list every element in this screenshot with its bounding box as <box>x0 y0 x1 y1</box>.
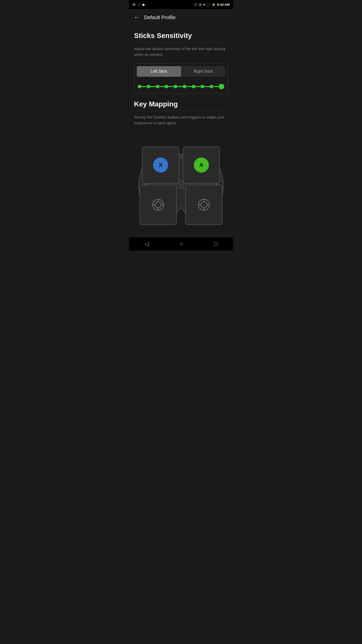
slider-container <box>137 82 225 91</box>
right-stick-icon <box>196 197 211 212</box>
section-divider-1 <box>134 42 228 43</box>
stick-tab-switcher: Left Stick Right Stick <box>137 66 225 77</box>
back-nav-icon[interactable]: ◁ <box>145 241 149 247</box>
top-nav: ← Default Profile <box>129 9 233 26</box>
slider-dot-9 <box>210 85 213 88</box>
status-right-icons: ⬡ ⊖ ▾ ⬚ ⚡ 8:44 AM <box>194 3 230 7</box>
slider-dot-7 <box>192 85 195 88</box>
svg-point-14 <box>155 202 161 208</box>
recent-nav-icon[interactable]: □ <box>214 241 217 247</box>
slider-line-6 <box>186 86 192 87</box>
slider-dot-3 <box>156 85 159 88</box>
slider-dot-10-active <box>219 84 224 89</box>
slider-line-2 <box>150 86 156 87</box>
slider-dot-8 <box>201 85 204 88</box>
slider-dot-1 <box>138 85 141 88</box>
slider-line-8 <box>204 86 210 87</box>
left-stick-icon <box>151 197 166 212</box>
wifi-icon: ▾ <box>203 3 205 7</box>
bluetooth-icon: ⬡ <box>194 3 197 7</box>
status-time: 8:44 AM <box>217 3 230 7</box>
a-button-circle: A <box>194 157 209 173</box>
slider-track[interactable] <box>138 84 224 89</box>
svg-point-20 <box>201 202 207 208</box>
do-not-disturb-icon: ⊖ <box>199 3 202 7</box>
left-stick-tab[interactable]: Left Stick <box>137 66 181 77</box>
key-mapping-section: Key Mapping Remap the function buttons a… <box>134 100 228 227</box>
a-button-label: A <box>199 162 203 168</box>
controller-diagram: X A <box>134 132 228 227</box>
page-title: Default Profile <box>144 15 176 20</box>
slider-line-5 <box>177 86 183 87</box>
sticks-sensitivity-description: Adjust the default sensitivity of the le… <box>134 46 228 57</box>
main-content: Sticks Sensitivity Adjust the default se… <box>129 26 233 232</box>
sticks-sensitivity-title: Sticks Sensitivity <box>134 32 228 40</box>
battery-icon: ⚡ <box>211 3 216 7</box>
slider-dot-5 <box>174 85 177 88</box>
x-button-circle: X <box>153 157 168 173</box>
network-icon: ⬚ <box>207 3 210 7</box>
gmail-icon: ✉ <box>132 3 135 7</box>
slider-dot-6 <box>183 85 186 88</box>
bottom-nav: ◁ ○ □ <box>129 237 233 251</box>
x-button-label: X <box>159 162 163 168</box>
sticks-sensitivity-section: Sticks Sensitivity Adjust the default se… <box>134 32 228 94</box>
status-bar: ✉ ◌ ▶ ⬡ ⊖ ▾ ⬚ ⚡ 8:44 AM <box>129 0 233 9</box>
section-divider-2 <box>134 111 228 111</box>
slider-line-4 <box>168 86 174 87</box>
right-stick-card[interactable] <box>185 185 222 225</box>
tab-container: Left Stick Right Stick <box>134 63 228 94</box>
x-button-card[interactable]: X <box>142 146 179 184</box>
home-nav-icon[interactable]: ○ <box>180 241 183 247</box>
slider-line-9 <box>213 86 219 87</box>
controller-wrapper: X A <box>134 132 228 227</box>
button-cards-overlay: X A <box>134 132 228 227</box>
status-left-icons: ✉ ◌ ▶ <box>132 3 145 7</box>
slider-dot-2 <box>147 85 150 88</box>
right-stick-tab[interactable]: Right Stick <box>181 66 225 77</box>
back-button[interactable]: ← <box>133 13 141 22</box>
slider-dot-4 <box>165 85 168 88</box>
slider-line-1 <box>141 86 147 87</box>
key-mapping-title: Key Mapping <box>134 100 228 108</box>
a-button-card[interactable]: A <box>183 146 220 184</box>
sync-icon: ◌ <box>138 3 141 7</box>
slider-line-3 <box>159 86 165 87</box>
slider-line-7 <box>195 86 201 87</box>
left-stick-card[interactable] <box>140 185 177 225</box>
key-mapping-description: Remap the function buttons and triggers … <box>134 114 228 126</box>
media-icon: ▶ <box>143 3 145 7</box>
